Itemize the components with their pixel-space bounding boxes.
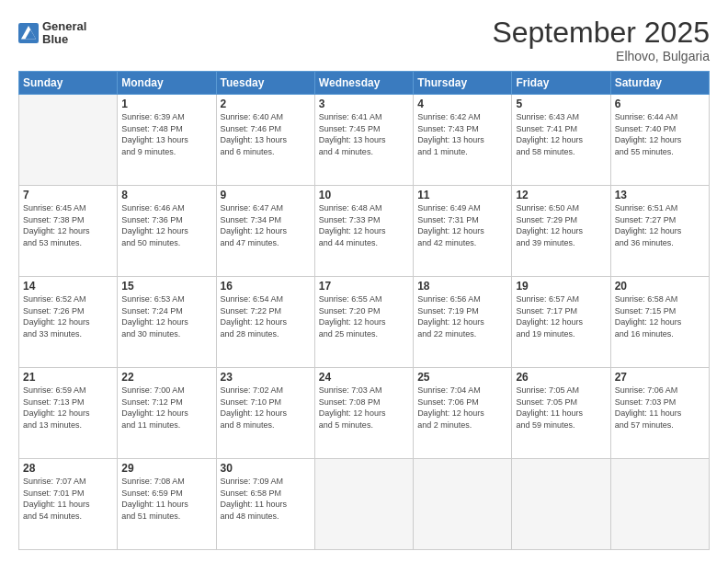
calendar-day-cell: 29Sunrise: 7:08 AM Sunset: 6:59 PM Dayli… xyxy=(118,459,216,550)
logo-line1: General xyxy=(42,20,86,33)
calendar-weekday-wednesday: Wednesday xyxy=(314,72,413,95)
day-number: 9 xyxy=(221,189,311,201)
calendar-day-cell xyxy=(512,459,610,550)
day-number: 14 xyxy=(23,280,113,293)
calendar-day-cell: 15Sunrise: 6:53 AM Sunset: 7:24 PM Dayli… xyxy=(118,277,216,368)
calendar-day-cell: 24Sunrise: 7:03 AM Sunset: 7:08 PM Dayli… xyxy=(314,368,413,459)
calendar-day-cell: 5Sunrise: 6:43 AM Sunset: 7:41 PM Daylig… xyxy=(512,95,610,186)
day-number: 1 xyxy=(121,98,211,110)
calendar-week-row: 7Sunrise: 6:45 AM Sunset: 7:38 PM Daylig… xyxy=(19,186,710,277)
day-number: 16 xyxy=(221,280,311,293)
calendar-weekday-thursday: Thursday xyxy=(414,72,512,95)
calendar-header-row: SundayMondayTuesdayWednesdayThursdayFrid… xyxy=(19,72,710,95)
day-info: Sunrise: 7:09 AM Sunset: 6:58 PM Dayligh… xyxy=(221,476,311,522)
calendar-week-row: 1Sunrise: 6:39 AM Sunset: 7:48 PM Daylig… xyxy=(19,95,710,186)
calendar-day-cell: 6Sunrise: 6:44 AM Sunset: 7:40 PM Daylig… xyxy=(610,95,709,186)
calendar-day-cell: 1Sunrise: 6:39 AM Sunset: 7:48 PM Daylig… xyxy=(118,95,216,186)
day-info: Sunrise: 6:55 AM Sunset: 7:20 PM Dayligh… xyxy=(319,293,409,339)
logo-icon xyxy=(18,23,39,43)
day-number: 24 xyxy=(319,371,409,384)
day-number: 22 xyxy=(121,371,211,384)
calendar-day-cell: 30Sunrise: 7:09 AM Sunset: 6:58 PM Dayli… xyxy=(216,459,314,550)
day-info: Sunrise: 6:51 AM Sunset: 7:27 PM Dayligh… xyxy=(615,202,705,248)
day-number: 29 xyxy=(121,462,211,475)
day-number: 25 xyxy=(417,371,507,384)
day-number: 20 xyxy=(615,280,705,293)
day-number: 2 xyxy=(221,98,311,110)
page-title: September 2025 xyxy=(492,17,710,49)
day-number: 5 xyxy=(516,98,606,110)
day-info: Sunrise: 6:53 AM Sunset: 7:24 PM Dayligh… xyxy=(121,293,211,339)
calendar-weekday-sunday: Sunday xyxy=(19,72,118,95)
day-number: 30 xyxy=(221,462,311,475)
logo-line2: Blue xyxy=(42,33,86,46)
day-number: 27 xyxy=(615,371,705,384)
calendar-week-row: 21Sunrise: 6:59 AM Sunset: 7:13 PM Dayli… xyxy=(19,368,710,459)
calendar-day-cell: 19Sunrise: 6:57 AM Sunset: 7:17 PM Dayli… xyxy=(512,277,610,368)
day-number: 13 xyxy=(615,189,705,201)
day-number: 6 xyxy=(615,98,705,110)
calendar-day-cell: 2Sunrise: 6:40 AM Sunset: 7:46 PM Daylig… xyxy=(216,95,314,186)
page-subtitle: Elhovo, Bulgaria xyxy=(492,49,710,63)
day-number: 11 xyxy=(417,189,507,201)
calendar-day-cell: 16Sunrise: 6:54 AM Sunset: 7:22 PM Dayli… xyxy=(216,277,314,368)
day-info: Sunrise: 7:02 AM Sunset: 7:10 PM Dayligh… xyxy=(221,385,311,431)
calendar-day-cell xyxy=(610,459,709,550)
day-info: Sunrise: 6:58 AM Sunset: 7:15 PM Dayligh… xyxy=(615,293,705,339)
day-number: 23 xyxy=(221,371,311,384)
day-info: Sunrise: 6:52 AM Sunset: 7:26 PM Dayligh… xyxy=(23,293,113,339)
day-number: 8 xyxy=(121,189,211,201)
calendar-day-cell: 13Sunrise: 6:51 AM Sunset: 7:27 PM Dayli… xyxy=(610,186,709,277)
calendar-day-cell: 18Sunrise: 6:56 AM Sunset: 7:19 PM Dayli… xyxy=(414,277,512,368)
day-info: Sunrise: 6:49 AM Sunset: 7:31 PM Dayligh… xyxy=(417,202,507,248)
day-number: 26 xyxy=(516,371,606,384)
day-info: Sunrise: 6:42 AM Sunset: 7:43 PM Dayligh… xyxy=(417,111,507,157)
day-number: 19 xyxy=(516,280,606,293)
calendar-weekday-monday: Monday xyxy=(118,72,216,95)
calendar-day-cell: 17Sunrise: 6:55 AM Sunset: 7:20 PM Dayli… xyxy=(314,277,413,368)
calendar-day-cell: 7Sunrise: 6:45 AM Sunset: 7:38 PM Daylig… xyxy=(19,186,118,277)
day-number: 17 xyxy=(319,280,409,293)
calendar-day-cell: 23Sunrise: 7:02 AM Sunset: 7:10 PM Dayli… xyxy=(216,368,314,459)
page-header: General Blue September 2025 Elhovo, Bulg… xyxy=(18,17,710,63)
calendar-day-cell: 11Sunrise: 6:49 AM Sunset: 7:31 PM Dayli… xyxy=(414,186,512,277)
title-block: September 2025 Elhovo, Bulgaria xyxy=(492,17,710,63)
day-number: 10 xyxy=(319,189,409,201)
day-number: 12 xyxy=(516,189,606,201)
day-info: Sunrise: 7:05 AM Sunset: 7:05 PM Dayligh… xyxy=(516,385,606,431)
day-info: Sunrise: 6:50 AM Sunset: 7:29 PM Dayligh… xyxy=(516,202,606,248)
calendar-day-cell: 27Sunrise: 7:06 AM Sunset: 7:03 PM Dayli… xyxy=(610,368,709,459)
day-number: 28 xyxy=(23,462,113,475)
day-info: Sunrise: 6:56 AM Sunset: 7:19 PM Dayligh… xyxy=(417,293,507,339)
calendar-day-cell: 25Sunrise: 7:04 AM Sunset: 7:06 PM Dayli… xyxy=(414,368,512,459)
calendar-day-cell: 26Sunrise: 7:05 AM Sunset: 7:05 PM Dayli… xyxy=(512,368,610,459)
day-info: Sunrise: 6:45 AM Sunset: 7:38 PM Dayligh… xyxy=(23,202,113,248)
day-info: Sunrise: 6:48 AM Sunset: 7:33 PM Dayligh… xyxy=(319,202,409,248)
day-info: Sunrise: 6:59 AM Sunset: 7:13 PM Dayligh… xyxy=(23,385,113,431)
day-info: Sunrise: 7:06 AM Sunset: 7:03 PM Dayligh… xyxy=(615,385,705,431)
day-number: 3 xyxy=(319,98,409,110)
calendar-day-cell: 21Sunrise: 6:59 AM Sunset: 7:13 PM Dayli… xyxy=(19,368,118,459)
day-number: 4 xyxy=(417,98,507,110)
calendar-day-cell: 8Sunrise: 6:46 AM Sunset: 7:36 PM Daylig… xyxy=(118,186,216,277)
day-info: Sunrise: 6:44 AM Sunset: 7:40 PM Dayligh… xyxy=(615,111,705,157)
calendar-day-cell: 3Sunrise: 6:41 AM Sunset: 7:45 PM Daylig… xyxy=(314,95,413,186)
day-number: 21 xyxy=(23,371,113,384)
day-info: Sunrise: 6:39 AM Sunset: 7:48 PM Dayligh… xyxy=(121,111,211,157)
logo: General Blue xyxy=(18,20,86,47)
day-info: Sunrise: 6:43 AM Sunset: 7:41 PM Dayligh… xyxy=(516,111,606,157)
day-info: Sunrise: 6:54 AM Sunset: 7:22 PM Dayligh… xyxy=(221,293,311,339)
day-info: Sunrise: 7:08 AM Sunset: 6:59 PM Dayligh… xyxy=(121,476,211,522)
calendar-day-cell: 4Sunrise: 6:42 AM Sunset: 7:43 PM Daylig… xyxy=(414,95,512,186)
calendar-day-cell xyxy=(314,459,413,550)
calendar-day-cell: 20Sunrise: 6:58 AM Sunset: 7:15 PM Dayli… xyxy=(610,277,709,368)
day-info: Sunrise: 7:04 AM Sunset: 7:06 PM Dayligh… xyxy=(417,385,507,431)
calendar-table: SundayMondayTuesdayWednesdayThursdayFrid… xyxy=(18,71,710,550)
day-info: Sunrise: 7:03 AM Sunset: 7:08 PM Dayligh… xyxy=(319,385,409,431)
day-info: Sunrise: 7:00 AM Sunset: 7:12 PM Dayligh… xyxy=(121,385,211,431)
calendar-day-cell: 10Sunrise: 6:48 AM Sunset: 7:33 PM Dayli… xyxy=(314,186,413,277)
calendar-day-cell xyxy=(19,95,118,186)
calendar-weekday-saturday: Saturday xyxy=(610,72,709,95)
day-number: 15 xyxy=(121,280,211,293)
calendar-week-row: 28Sunrise: 7:07 AM Sunset: 7:01 PM Dayli… xyxy=(19,459,710,550)
